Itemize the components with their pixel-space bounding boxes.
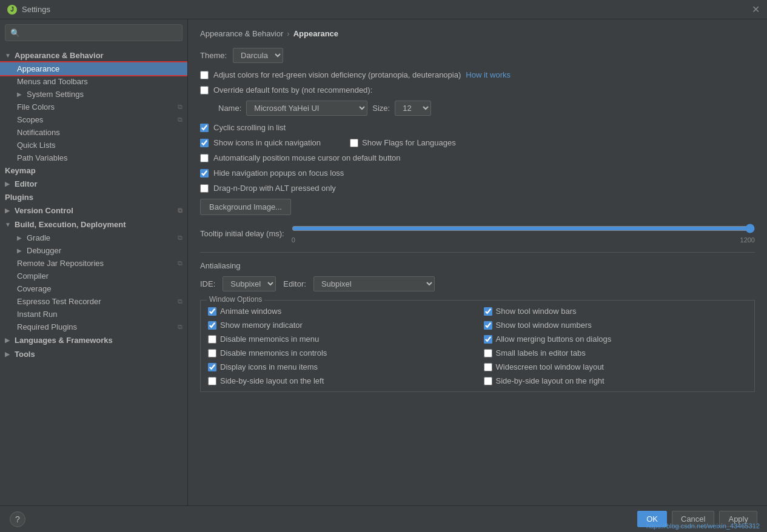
- sidebar-item-remote-jar[interactable]: Remote Jar Repositories ⧉: [0, 257, 187, 270]
- drag-alt-checkbox[interactable]: [200, 184, 209, 193]
- chevron-right-icon-vc: ▶: [5, 207, 12, 214]
- antialiasing-title: Antialiasing: [200, 261, 755, 270]
- sidebar-label-plugins: Plugins: [5, 193, 33, 202]
- tool-bars-label[interactable]: Show tool window bars: [496, 307, 577, 316]
- sidebar-item-required-plugins[interactable]: Required Plugins ⧉: [0, 321, 187, 333]
- sidebar-label-editor: Editor: [15, 179, 38, 188]
- tool-bars-checkbox[interactable]: [484, 307, 492, 316]
- sidebar-item-keymap[interactable]: Keymap: [0, 164, 187, 177]
- show-icons-checkbox[interactable]: [200, 139, 209, 147]
- close-button[interactable]: ✕: [752, 5, 760, 15]
- sidebar-item-system-settings[interactable]: ▶ System Settings: [0, 88, 187, 101]
- sidebar-item-appearance-behavior[interactable]: ▼ Appearance & Behavior: [0, 48, 187, 62]
- disable-mnemonic-ctrl-checkbox[interactable]: [208, 349, 216, 357]
- cyclic-checkbox[interactable]: [200, 124, 209, 132]
- widescreen-row: Widescreen tool window layout: [484, 362, 748, 371]
- disable-mnemonic-ctrl-row: Disable mnemonics in controls: [208, 348, 472, 357]
- ide-antialias-select[interactable]: Subpixel: [223, 276, 276, 291]
- redgreen-checkbox[interactable]: [200, 71, 209, 79]
- nav-group-build: ▼ Build, Execution, Deployment ▶ Gradle …: [0, 218, 187, 333]
- tooltip-slider-container: 0 1200: [292, 224, 755, 244]
- animate-checkbox[interactable]: [208, 307, 216, 316]
- show-flags-checkbox[interactable]: [350, 139, 358, 147]
- cyclic-label[interactable]: Cyclic scrolling in list: [213, 123, 286, 132]
- sidebar-item-gradle[interactable]: ▶ Gradle ⧉: [0, 231, 187, 244]
- sidebar-item-notifications[interactable]: Notifications: [0, 126, 187, 139]
- font-name-select[interactable]: Microsoft YaHei UI: [246, 101, 367, 116]
- small-labels-checkbox[interactable]: [484, 349, 492, 357]
- tool-numbers-label[interactable]: Show tool window numbers: [496, 321, 592, 330]
- side-right-checkbox[interactable]: [484, 377, 492, 385]
- merge-buttons-checkbox[interactable]: [484, 335, 492, 344]
- display-icons-checkbox[interactable]: [208, 363, 216, 371]
- side-right-label[interactable]: Side-by-side layout on the right: [496, 376, 605, 385]
- display-icons-label[interactable]: Display icons in menu items: [220, 362, 318, 371]
- sidebar-item-editor[interactable]: ▶ Editor: [0, 177, 187, 191]
- bg-image-button[interactable]: Background Image...: [200, 199, 291, 215]
- sidebar-item-espresso[interactable]: Espresso Test Recorder ⧉: [0, 295, 187, 308]
- widescreen-checkbox[interactable]: [484, 363, 492, 371]
- sidebar-item-languages-frameworks[interactable]: ▶ Languages & Frameworks: [0, 333, 187, 347]
- sidebar-item-path-variables[interactable]: Path Variables: [0, 151, 187, 164]
- sidebar-item-build[interactable]: ▼ Build, Execution, Deployment: [0, 218, 187, 231]
- chevron-right-icon-debugger: ▶: [17, 247, 24, 254]
- sidebar-label-quick-lists: Quick Lists: [17, 141, 56, 150]
- copy-icon-jar: ⧉: [178, 259, 183, 267]
- show-icons-label[interactable]: Show icons in quick navigation: [213, 138, 321, 147]
- redgreen-row: Adjust colors for red-green vision defic…: [200, 70, 755, 79]
- tool-numbers-checkbox[interactable]: [484, 321, 492, 330]
- copy-icon-2: ⧉: [178, 116, 183, 124]
- sidebar-item-tools[interactable]: ▶ Tools: [0, 347, 187, 361]
- memory-label[interactable]: Show memory indicator: [220, 321, 303, 330]
- hide-nav-checkbox[interactable]: [200, 169, 209, 178]
- disable-mnemonic-ctrl-label[interactable]: Disable mnemonics in controls: [220, 348, 327, 357]
- hide-nav-row: Hide navigation popups on focus loss: [200, 168, 755, 178]
- drag-alt-row: Drag-n-Drop with ALT pressed only: [200, 184, 755, 193]
- sidebar-item-version-control[interactable]: ▶ Version Control ⧉: [0, 204, 187, 218]
- how-it-works-link[interactable]: How it works: [466, 70, 511, 79]
- auto-mouse-label[interactable]: Automatically position mouse cursor on d…: [213, 153, 401, 162]
- small-labels-label[interactable]: Small labels in editor tabs: [496, 348, 586, 357]
- disable-mnemonic-menu-label[interactable]: Disable mnemonics in menu: [220, 334, 319, 344]
- theme-select[interactable]: Darcula: [233, 48, 283, 63]
- override-fonts-label[interactable]: Override default fonts by (not recommend…: [213, 85, 372, 95]
- font-size-select[interactable]: 12: [395, 101, 431, 116]
- tooltip-slider[interactable]: [292, 224, 755, 233]
- sidebar-label-instant-run: Instant Run: [17, 310, 58, 319]
- search-box[interactable]: 🔍: [5, 24, 183, 41]
- merge-buttons-label[interactable]: Allow merging buttons on dialogs: [496, 334, 612, 344]
- sidebar-item-menus-toolbars[interactable]: Menus and Toolbars: [0, 75, 187, 88]
- breadcrumb-parent: Appearance & Behavior: [200, 29, 283, 38]
- animate-label[interactable]: Animate windows: [220, 307, 281, 316]
- help-button[interactable]: ?: [10, 511, 25, 527]
- sidebar-item-instant-run[interactable]: Instant Run: [0, 308, 187, 321]
- memory-checkbox[interactable]: [208, 321, 216, 330]
- sidebar-item-compiler[interactable]: Compiler: [0, 270, 187, 282]
- widescreen-label[interactable]: Widescreen tool window layout: [496, 362, 604, 371]
- side-left-checkbox[interactable]: [208, 377, 216, 385]
- sidebar-label-debugger: Debugger: [27, 246, 61, 255]
- sidebar-item-plugins[interactable]: Plugins: [0, 191, 187, 204]
- search-input[interactable]: [24, 28, 177, 38]
- sidebar-item-appearance[interactable]: Appearance: [0, 62, 187, 75]
- override-fonts-checkbox[interactable]: [200, 86, 209, 95]
- sidebar-item-quick-lists[interactable]: Quick Lists: [0, 139, 187, 151]
- redgreen-label[interactable]: Adjust colors for red-green vision defic…: [213, 70, 461, 79]
- sidebar-item-file-colors[interactable]: File Colors ⧉: [0, 101, 187, 113]
- sidebar-item-coverage[interactable]: Coverage: [0, 282, 187, 295]
- show-flags-label[interactable]: Show Flags for Languages: [362, 138, 456, 147]
- editor-antialias-select[interactable]: Subpixel: [313, 276, 435, 291]
- side-left-label[interactable]: Side-by-side layout on the left: [220, 376, 324, 385]
- sidebar-item-scopes[interactable]: Scopes ⧉: [0, 113, 187, 126]
- tool-numbers-row: Show tool window numbers: [484, 321, 748, 330]
- disable-mnemonic-menu-checkbox[interactable]: [208, 335, 216, 344]
- sidebar-label-keymap: Keymap: [5, 166, 36, 175]
- bg-image-row: Background Image...: [200, 199, 755, 215]
- sidebar-item-debugger[interactable]: ▶ Debugger: [0, 244, 187, 257]
- slider-min: 0: [292, 236, 295, 244]
- hide-nav-label[interactable]: Hide navigation popups on focus loss: [213, 168, 344, 178]
- drag-alt-label[interactable]: Drag-n-Drop with ALT pressed only: [213, 184, 336, 193]
- auto-mouse-checkbox[interactable]: [200, 154, 209, 162]
- sidebar-label-appearance: Appearance: [17, 64, 59, 73]
- window-options-section: Window Options Animate windows Show tool…: [200, 300, 755, 392]
